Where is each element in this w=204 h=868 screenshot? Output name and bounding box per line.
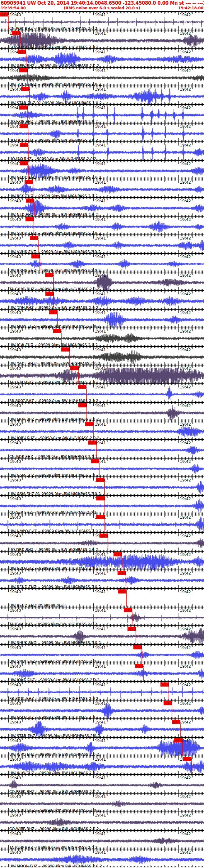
trace-canvas[interactable]: 19:4019:4119:42×T 4CN PGC BHZ -- 99999.0…	[0, 12, 204, 30]
waveform-trace[interactable]	[0, 333, 204, 344]
trace-row[interactable]: 19:4019:4119:42×T 4UW GSM EHZ -- 99999.0…	[0, 458, 204, 476]
trace-row[interactable]: 19:4019:4119:42×T 4CO SEP EHZ -- 99999.0…	[0, 495, 204, 514]
trace-row[interactable]: 19:4019:4119:42×T 4UW RCS EHZ -- 99999.0…	[0, 179, 204, 197]
trace-canvas[interactable]: 19:4019:4119:42×T 4PB B007 EHZ -- 99999.…	[0, 384, 204, 403]
trace-canvas[interactable]: 19:4019:4119:42×T 4UW NLO EHZ -- 99999.0…	[0, 198, 204, 217]
trace-row[interactable]: 19:4019:4119:42×T 4UW RRHS EHZ -- 99999.…	[0, 253, 204, 272]
trace-canvas[interactable]: 19:4019:4119:42×T 4UW TUCA HHZ -- 99999.…	[0, 68, 204, 86]
trace-row[interactable]: 19:4019:4119:42×T 4UW SHUK BHZ -- 99999.…	[0, 625, 204, 644]
trace-canvas[interactable]: 19:4019:4119:42×T 4UW YACT HHZ -- 99999.…	[0, 347, 204, 366]
trace-row[interactable]: 19:4019:4119:42×T 4CN GDR EHZ -- 99999.0…	[0, 439, 204, 458]
waveform-trace[interactable]	[0, 259, 204, 269]
trace-row[interactable]: 19:4019:4119:42CO WIFE BHZ -- 99999.0km …	[0, 811, 204, 830]
trace-canvas[interactable]: 19:4019:4119:42×T 4UW LRIV BHZ -- 99999.…	[0, 403, 204, 421]
trace-canvas[interactable]: 19:4019:4119:42×T 4UW GPW EHZ -- 99999.0…	[0, 49, 204, 68]
trace-canvas[interactable]: 19:4019:4119:42×T 4UW SHUK BHZ -- 99999.…	[0, 626, 204, 645]
trace-row[interactable]: 19:4019:4119:42×T 4UO IRO EHZ -- 99999.0…	[0, 142, 204, 160]
trace-row[interactable]: 19:4019:4119:42×T 4UO FRIS EHZ -- 99999.…	[0, 104, 204, 123]
trace-row[interactable]: 19:4019:4119:42×T 4UW NLO EHZ -- 99999.0…	[0, 197, 204, 216]
trace-row[interactable]: 19:4019:4119:42×T 4UW GLDO EHZ -- 99999.…	[0, 160, 204, 179]
trace-row[interactable]: 19:4019:4119:42×T 4UW VVHS EHZ -- 99999.…	[0, 235, 204, 253]
trace-row[interactable]: 19:4019:4119:42×T 4PB B011 EHZ -- 99999.…	[0, 681, 204, 700]
trace-canvas[interactable]: 19:4019:4119:42×T 4UW BEND EHZ 20 99999.…	[0, 589, 204, 608]
trace-canvas[interactable]: 19:4019:4119:42×T 4CO SEP EHZ -- 99999.0…	[0, 496, 204, 514]
trace-row[interactable]: 19:4019:4119:42×T 4UW GSM EHZ 01 99999.0…	[0, 476, 204, 495]
trace-canvas[interactable]: 19:4019:4119:42×T 4UW RRHS EHZ -- 99999.…	[0, 254, 204, 272]
trace-canvas[interactable]: 19:4019:4119:42×T 4UW H2O EHZ -- 99999.0…	[0, 552, 204, 570]
trace-canvas[interactable]: 19:4019:4119:42×T 4CO VALT BHZ -- 99999.…	[0, 30, 204, 49]
trace-canvas[interactable]: 19:4019:4119:42×T 4PB B011 EHZ -- 99999.…	[0, 682, 204, 701]
trace-row[interactable]: 19:4019:4119:42×T 4UW STAR EHZ -- 99999.…	[0, 718, 204, 737]
trace-row[interactable]: 19:4019:4119:42×T 4UW STAR EHZ 01 99999.…	[0, 86, 204, 104]
waveform-trace[interactable]	[0, 240, 204, 251]
waveform-trace[interactable]	[0, 800, 204, 807]
trace-canvas[interactable]: 19:4019:4119:42×T 4UW UMPQ EHZ -- 99999.…	[0, 514, 204, 533]
trace-row[interactable]: 19:4019:4119:42TA I05D BHZ -- 99999.0km …	[0, 830, 204, 849]
trace-row[interactable]: 19:4019:4119:42×T 4UW IONE EHZ -- 99999.…	[0, 663, 204, 681]
trace-row[interactable]: 19:4019:4119:42×T 4UW SMW EHZ -- 99999.0…	[0, 644, 204, 663]
trace-row[interactable]: 19:4019:4119:42UW MOON EHZ -- 99999.0km …	[0, 849, 204, 867]
trace-canvas[interactable]: 19:4019:4119:42×T 4UO DBO BHZ -- 99999.0…	[0, 533, 204, 552]
waveform-trace[interactable]	[0, 538, 204, 548]
trace-row[interactable]: 19:4019:4119:42×T 4UW UMPQ EHZ -- 99999.…	[0, 514, 204, 532]
trace-canvas[interactable]: 19:4019:4119:42×T 4UW WIW EHZ -- 99999.0…	[0, 756, 204, 775]
waveform-trace[interactable]	[0, 780, 204, 789]
trace-row[interactable]: 19:4019:4119:42×T 4UW OSD EHZ -- 99999.0…	[0, 700, 204, 718]
trace-row[interactable]: 19:4019:4119:42×T 4UW JORV EHZ -- 99999.…	[0, 421, 204, 439]
trace-canvas[interactable]: 19:4019:4119:42×T 4UW GLDO EHZ -- 99999.…	[0, 161, 204, 179]
trace-row[interactable]: 19:4019:4119:42×T 4UW BEND EHZ -- 99999.…	[0, 569, 204, 588]
waveform-trace[interactable]	[0, 854, 204, 865]
trace-row[interactable]: 19:4019:4119:42×T 4UW TUCA HHZ -- 99999.…	[0, 67, 204, 86]
trace-canvas[interactable]: 19:4019:4119:42×T 4UO IRO EHZ -- 99999.0…	[0, 142, 204, 161]
trace-canvas[interactable]: 19:4019:4119:42×T 4CN GDR EHZ -- 99999.0…	[0, 440, 204, 459]
trace-canvas[interactable]: 19:4019:4119:42CO PRLK BHZ -- 99999.0km …	[0, 775, 204, 794]
waveform-trace[interactable]	[0, 818, 204, 827]
trace-canvas[interactable]: 19:4019:4119:42×T 4UW STAR EHZ -- 99999.…	[0, 719, 204, 738]
trace-canvas[interactable]: 19:4019:4119:42×T 4TA L04D BHZ -- 99999.…	[0, 366, 204, 384]
trace-canvas[interactable]: 19:4019:4119:42×T 4UW JORV EHZ -- 99999.…	[0, 421, 204, 440]
trace-canvas[interactable]: 19:4019:4119:42UW MOON EHZ -- 99999.0km …	[0, 849, 204, 868]
trace-row[interactable]: 19:4019:4119:42×T 4TA I04A BHZ -- 99999.…	[0, 607, 204, 625]
trace-row[interactable]: 19:4019:4119:42×T 4UW TDH EHZ -- 99999.0…	[0, 290, 204, 309]
trace-canvas[interactable]: 19:4019:4119:42×T 4UW WPO EHZ -- 99999.0…	[0, 738, 204, 756]
trace-canvas[interactable]: 19:4019:4119:42×T 4UW GSM EHZ -- 99999.0…	[0, 459, 204, 477]
waveform-trace[interactable]	[0, 576, 204, 585]
trace-row[interactable]: 19:4019:4119:42×T 4UW SVOH EHZ -- 99999.…	[0, 216, 204, 235]
trace-row[interactable]: 19:4019:4119:42×T 4UW YACT HHZ -- 99999.…	[0, 346, 204, 365]
trace-canvas[interactable]: 19:4019:4119:42CO WIFE BHZ -- 99999.0km …	[0, 812, 204, 831]
trace-row[interactable]: 19:4019:4119:42×T 4UO HUO EHZ -- 99999.0…	[0, 123, 204, 142]
trace-canvas[interactable]: 19:4019:4119:42×T 4UO FRIS EHZ -- 99999.…	[0, 105, 204, 123]
trace-row[interactable]: 19:4019:4119:42×T 4UW WIW EHZ -- 99999.0…	[0, 756, 204, 774]
waveform-trace[interactable]	[0, 446, 204, 455]
trace-canvas[interactable]: 19:4019:4119:42×T 4UW JCW EHZ -- 99999.0…	[0, 328, 204, 347]
trace-canvas[interactable]: 19:4019:4119:42×T 4UW STAR EHZ 01 99999.…	[0, 86, 204, 105]
trace-canvas[interactable]: 19:4019:4119:42×T 4UW SMW EHZ -- 99999.0…	[0, 645, 204, 663]
trace-row[interactable]: 19:4019:4119:42×T 4UW H2O EHZ -- 99999.0…	[0, 551, 204, 569]
trace-row[interactable]: 19:4019:4119:42×T 4UO DBO BHZ -- 99999.0…	[0, 532, 204, 551]
trace-canvas[interactable]: 19:4019:4119:42×T 4TA I04A BHZ -- 99999.…	[0, 608, 204, 626]
trace-canvas[interactable]: 19:4019:4119:42CO TCBU BHZ -- 99999.0km …	[0, 794, 204, 812]
trace-row[interactable]: 19:4019:4119:42×T 4CN PGC BHZ -- 99999.0…	[0, 11, 204, 30]
trace-canvas[interactable]: 19:4019:4119:42×T 4UW GSM EHZ 01 99999.0…	[0, 477, 204, 496]
trace-canvas[interactable]: 19:4019:4119:42×T 4UW OSD EHZ -- 99999.0…	[0, 701, 204, 719]
trace-row[interactable]: 19:4019:4119:42×T 4UW WPO EHZ -- 99999.0…	[0, 737, 204, 756]
trace-row[interactable]: 19:4019:4119:42CO PRLK BHZ -- 99999.0km …	[0, 774, 204, 793]
trace-canvas[interactable]: 19:4019:4119:42×T 4UW RCS EHZ -- 99999.0…	[0, 179, 204, 198]
waveform-trace[interactable]	[0, 838, 204, 845]
trace-row[interactable]: 19:4019:4119:42×T 4UW GPW EHZ -- 99999.0…	[0, 49, 204, 67]
trace-canvas[interactable]: 19:4019:4119:42×T 4UW IONE EHZ -- 99999.…	[0, 663, 204, 682]
waveform-trace[interactable]	[0, 74, 204, 82]
trace-canvas[interactable]: 19:4019:4119:42TA I05D BHZ -- 99999.0km …	[0, 831, 204, 849]
trace-row[interactable]: 19:4019:4119:42×T 4TA L04D BHZ -- 99999.…	[0, 365, 204, 383]
waveform-trace[interactable]	[0, 612, 204, 623]
trace-row[interactable]: 19:4019:4119:42×T 4UW LRIV BHZ -- 99999.…	[0, 402, 204, 421]
trace-row[interactable]: 19:4019:4119:42×T 4TA G03D BHZ -- 99999.…	[0, 272, 204, 290]
trace-canvas[interactable]: 19:4019:4119:42×T 4UW BEND EHZ -- 99999.…	[0, 570, 204, 589]
trace-row[interactable]: 19:4019:4119:42×T 4UW JCW EHZ -- 99999.0…	[0, 328, 204, 346]
trace-row[interactable]: 19:4019:4119:42×T 4PB B007 EHZ -- 99999.…	[0, 383, 204, 402]
trace-row[interactable]: 19:4019:4119:42×T 4UW MCW EHZ -- 99999.0…	[0, 309, 204, 328]
trace-canvas[interactable]: 19:4019:4119:42×T 4TA G03D BHZ -- 99999.…	[0, 272, 204, 291]
waveform-trace[interactable]	[0, 651, 204, 659]
trace-row[interactable]: 19:4019:4119:42×T 4UW BEND EHZ 20 99999.…	[0, 588, 204, 607]
trace-canvas[interactable]: 19:4019:4119:42×T 4UW SVOH EHZ -- 99999.…	[0, 217, 204, 235]
